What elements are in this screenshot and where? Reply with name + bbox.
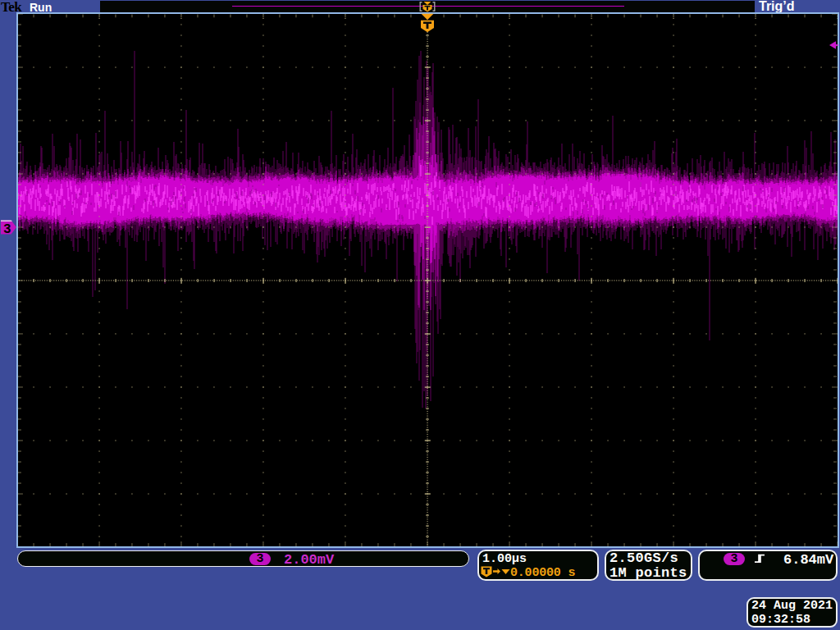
svg-text:3: 3 xyxy=(3,222,11,237)
